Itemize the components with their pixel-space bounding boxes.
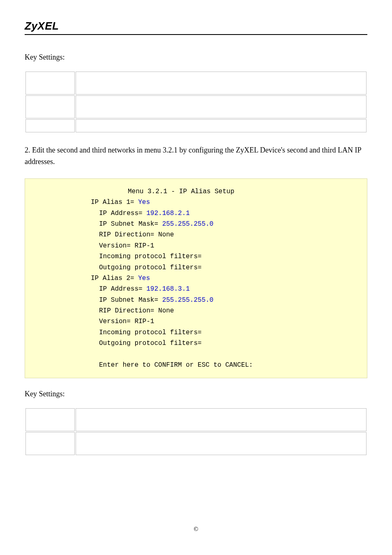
alias1-rip-dir: RIP Direction= None (91, 229, 362, 240)
brand-logo: ZyXEL (25, 20, 367, 34)
step-2-paragraph: 2. Edit the second and third networks in… (25, 145, 367, 168)
terminal-block: Menu 3.2.1 - IP Alias SetupIP Alias 1= Y… (25, 178, 367, 379)
alias1-in-filters: Incoming protocol filters= (91, 251, 362, 262)
table-row (25, 95, 367, 118)
page-footer-copyright: © (25, 526, 367, 533)
alias2-version: Version= RIP-1 (91, 316, 362, 327)
alias2-out-filters: Outgoing protocol filters= (91, 338, 362, 349)
alias2-value: Yes (138, 275, 150, 282)
alias2-mask-value: 255.255.255.0 (162, 296, 214, 304)
alias2-ip-label: IP Address= (99, 285, 143, 293)
alias1-version: Version= RIP-1 (91, 240, 362, 251)
key-settings-label-2: Key Settings: (25, 390, 367, 398)
alias2-rip-dir: RIP Direction= None (91, 305, 362, 316)
header-rule (25, 34, 367, 35)
key-settings-table-2 (25, 407, 367, 456)
alias1-value: Yes (138, 199, 150, 206)
alias1-label: IP Alias 1= (91, 199, 134, 206)
alias1-out-filters: Outgoing protocol filters= (91, 262, 362, 273)
alias1-mask-label: IP Subnet Mask= (99, 220, 158, 228)
table-row (25, 72, 367, 95)
alias2-label: IP Alias 2= (91, 275, 134, 282)
key-settings-label-1: Key Settings: (25, 53, 367, 62)
table-row (25, 432, 367, 455)
alias1-ip-value: 192.168.2.1 (146, 210, 190, 217)
terminal-footer: Enter here to CONFIRM or ESC to CANCEL: (91, 360, 362, 370)
alias2-ip-value: 192.168.3.1 (146, 285, 190, 293)
alias2-mask-label: IP Subnet Mask= (99, 296, 158, 304)
key-settings-table-1 (25, 71, 367, 133)
alias1-ip-label: IP Address= (99, 210, 143, 217)
table-row (25, 119, 367, 132)
terminal-title: Menu 3.2.1 - IP Alias Setup (91, 186, 362, 197)
alias1-mask-value: 255.255.255.0 (162, 220, 214, 228)
table-row (25, 408, 367, 431)
alias2-in-filters: Incoming protocol filters= (91, 327, 362, 338)
